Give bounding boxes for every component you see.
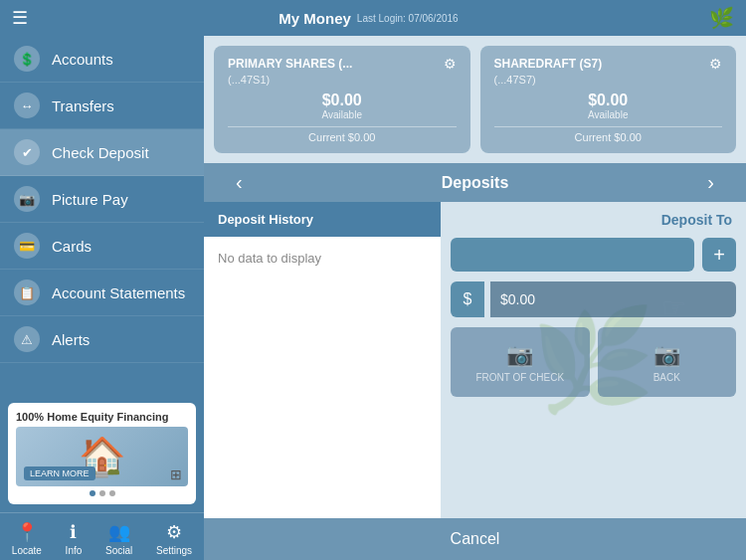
top-bar: ☰ My Money Last Login: 07/06/2016 🌿 xyxy=(0,0,746,36)
info-icon: ℹ xyxy=(70,521,77,543)
cancel-button[interactable]: Cancel xyxy=(451,530,500,548)
account-sharedraft-number: (...47S7) xyxy=(494,74,723,86)
account-primary-gear[interactable]: ⚙ xyxy=(444,56,457,72)
account-sharedraft-gear[interactable]: ⚙ xyxy=(709,56,722,72)
accounts-icon: 💲 xyxy=(14,46,40,72)
sidebar-label-cards: Cards xyxy=(52,238,92,255)
dot-3 xyxy=(109,490,115,496)
accounts-row: PRIMARY SHARES (... ⚙ (...47S1) $0.00 Av… xyxy=(204,36,746,163)
back-check-box[interactable]: 📷 BACK xyxy=(598,327,737,397)
fair-housing-icon: ⊞ xyxy=(170,467,182,482)
cards-icon: 💳 xyxy=(14,233,40,259)
sidebar-label-picture-pay: Picture Pay xyxy=(52,191,128,208)
footer-info-label: Info xyxy=(66,545,83,556)
amount-input[interactable]: $0.00 xyxy=(490,281,736,317)
deposit-form-panel: 🌿 Deposit To + ☞ $ $0.00 xyxy=(441,202,746,518)
alerts-icon: ⚠ xyxy=(14,326,40,352)
sidebar-ad-container: 100% Home Equity Financing 🏠 LEARN MORE … xyxy=(0,395,204,512)
deposits-nav-title: Deposits xyxy=(259,174,692,192)
dot-2 xyxy=(99,490,105,496)
top-bar-center: My Money Last Login: 07/06/2016 xyxy=(279,10,458,27)
deposits-next-button[interactable]: › xyxy=(691,171,730,194)
camera-back-icon: 📷 xyxy=(653,342,680,368)
check-images-row: 📷 FRONT OF CHECK 📷 BACK xyxy=(451,327,736,397)
account-primary-name: PRIMARY SHARES (... xyxy=(228,57,352,71)
sidebar-item-alerts[interactable]: ⚠ Alerts xyxy=(0,316,204,363)
brand-icon: 🌿 xyxy=(709,6,734,30)
sidebar-footer: 📍 Locate ℹ Info 👥 Social ⚙ Settings xyxy=(0,512,204,560)
transfers-icon: ↔ xyxy=(14,93,40,118)
sidebar-item-transfers[interactable]: ↔ Transfers xyxy=(0,83,204,129)
sidebar-item-picture-pay[interactable]: 📷 Picture Pay xyxy=(0,176,204,223)
sidebar-nav: 💲 Accounts ↔ Transfers ✔ Check Deposit 📷… xyxy=(0,36,204,395)
dollar-icon: $ xyxy=(451,281,484,317)
cancel-bar: Cancel xyxy=(204,518,746,560)
deposits-nav: ‹ Deposits › xyxy=(204,163,746,202)
account-sharedraft-current: Current $0.00 xyxy=(494,131,723,143)
sidebar-label-account-statements: Account Statements xyxy=(52,284,185,301)
account-sharedraft-name: SHAREDRAFT (S7) xyxy=(494,57,603,71)
main-content: PRIMARY SHARES (... ⚙ (...47S1) $0.00 Av… xyxy=(204,36,746,560)
statements-icon: 📋 xyxy=(14,280,40,305)
app-container: ☰ My Money Last Login: 07/06/2016 🌿 💲 Ac… xyxy=(0,0,746,560)
front-check-box[interactable]: 📷 FRONT OF CHECK xyxy=(451,327,590,397)
ad-pagination-dots xyxy=(16,490,188,496)
footer-locate-label: Locate xyxy=(12,545,42,556)
sidebar-item-account-statements[interactable]: 📋 Account Statements xyxy=(0,270,204,316)
main-row: 💲 Accounts ↔ Transfers ✔ Check Deposit 📷… xyxy=(0,36,746,560)
deposit-form-content: Deposit To + ☞ $ $0.00 📷 xyxy=(451,212,736,397)
footer-settings-label: Settings xyxy=(156,545,192,556)
footer-settings[interactable]: ⚙ Settings xyxy=(156,521,192,556)
sidebar: 💲 Accounts ↔ Transfers ✔ Check Deposit 📷… xyxy=(0,36,204,560)
sidebar-item-check-deposit[interactable]: ✔ Check Deposit xyxy=(0,129,204,176)
front-check-label: FRONT OF CHECK xyxy=(475,372,564,383)
footer-info[interactable]: ℹ Info xyxy=(66,521,83,556)
account-card-primary-header: PRIMARY SHARES (... ⚙ xyxy=(228,56,457,72)
account-card-sharedraft-header: SHAREDRAFT (S7) ⚙ xyxy=(494,56,723,72)
account-card-primary: PRIMARY SHARES (... ⚙ (...47S1) $0.00 Av… xyxy=(214,46,470,153)
sidebar-item-accounts[interactable]: 💲 Accounts xyxy=(0,36,204,83)
locate-icon: 📍 xyxy=(16,521,38,543)
sidebar-item-cards[interactable]: 💳 Cards xyxy=(0,223,204,270)
sidebar-label-transfers: Transfers xyxy=(52,97,114,114)
deposit-add-button[interactable]: + xyxy=(702,238,736,272)
account-primary-available: Available xyxy=(228,109,457,120)
sidebar-ad: 100% Home Equity Financing 🏠 LEARN MORE … xyxy=(8,403,196,504)
social-icon: 👥 xyxy=(108,521,130,543)
footer-social[interactable]: 👥 Social xyxy=(105,521,132,556)
back-check-label: BACK xyxy=(653,372,680,383)
last-login: Last Login: 07/06/2016 xyxy=(357,13,459,24)
deposit-history-header: Deposit History xyxy=(204,202,441,237)
account-primary-current: Current $0.00 xyxy=(228,131,457,143)
ad-title: 100% Home Equity Financing xyxy=(16,411,188,423)
account-sharedraft-available: Available xyxy=(494,109,723,120)
settings-icon: ⚙ xyxy=(166,521,182,543)
sidebar-label-alerts: Alerts xyxy=(52,331,90,348)
deposit-history-empty: No data to display xyxy=(204,237,441,280)
amount-row: $ $0.00 xyxy=(451,281,736,317)
picture-pay-icon: 📷 xyxy=(14,186,40,212)
deposit-to-label: Deposit To xyxy=(451,212,736,228)
sidebar-label-accounts: Accounts xyxy=(52,51,113,68)
dot-1 xyxy=(90,490,95,496)
ad-image: 🏠 LEARN MORE ⊞ xyxy=(16,427,188,486)
deposits-prev-button[interactable]: ‹ xyxy=(220,171,259,194)
account-sharedraft-divider xyxy=(494,126,723,127)
account-sharedraft-amount: $0.00 xyxy=(494,92,723,109)
footer-locate[interactable]: 📍 Locate xyxy=(12,521,42,556)
deposit-account-select[interactable] xyxy=(451,238,694,272)
footer-social-label: Social xyxy=(105,545,132,556)
check-deposit-icon: ✔ xyxy=(14,139,40,165)
sidebar-label-check-deposit: Check Deposit xyxy=(52,144,149,161)
app-title: My Money xyxy=(279,10,351,27)
account-card-sharedraft: SHAREDRAFT (S7) ⚙ (...47S7) $0.00 Availa… xyxy=(480,46,737,153)
ad-learn-more[interactable]: LEARN MORE xyxy=(24,467,95,480)
account-primary-divider xyxy=(228,126,457,127)
content-split: Deposit History No data to display 🌿 Dep… xyxy=(204,202,746,518)
deposit-history-panel: Deposit History No data to display xyxy=(204,202,441,518)
camera-front-icon: 📷 xyxy=(506,342,533,368)
account-primary-amount: $0.00 xyxy=(228,92,457,109)
account-primary-number: (...47S1) xyxy=(228,74,457,86)
menu-icon[interactable]: ☰ xyxy=(12,7,28,29)
